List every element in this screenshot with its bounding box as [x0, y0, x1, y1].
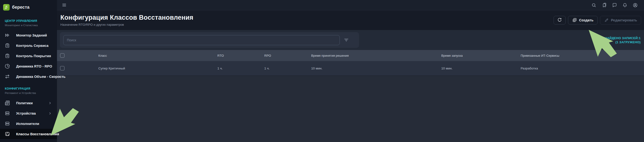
cell-rpo: 1 ч. — [264, 66, 311, 70]
table-row[interactable]: Супер Критичный 1 ч. 1 ч. 10 мин. 10 мин… — [57, 61, 644, 76]
sidebar-item-coverage-control[interactable]: Контроль Покрытия — [0, 51, 57, 61]
sidebar-item-label: Контроль Сервиса — [16, 44, 52, 48]
create-button-label: Создать — [579, 18, 594, 22]
topbar — [57, 0, 644, 10]
chat-icon[interactable] — [612, 3, 617, 8]
sidebar-section-configuration: КОНФИГУРАЦИЯ Регламент и Устройства — [0, 87, 57, 94]
cell-rto: 1 ч. — [218, 66, 264, 70]
search-icon[interactable] — [591, 3, 596, 8]
pencil-icon — [604, 18, 609, 22]
pie-chart-icon — [5, 64, 10, 69]
edit-button[interactable]: Редактировать — [600, 16, 641, 24]
refresh-button[interactable] — [554, 16, 566, 24]
section-title: ЦЕНТР УПРАВЛЕНИЯ — [5, 19, 52, 22]
page-header: Конфигурация Классов Восстановления Назн… — [57, 10, 644, 30]
account-icon[interactable] — [633, 3, 638, 8]
sidebar-item-executors[interactable]: Исполнители — [0, 118, 57, 129]
chevron-right-icon — [48, 112, 52, 115]
section-subtitle: Мониторинг и Статистика — [5, 24, 52, 27]
section-title: КОНФИГУРАЦИЯ — [5, 87, 52, 90]
sidebar-item-label: Динамика RTO - RPO — [16, 64, 52, 68]
transfer-arrows-icon — [5, 74, 10, 79]
content-empty-area — [57, 76, 644, 142]
sidebar-item-label: Контроль Покрытия — [16, 54, 52, 58]
sidebar-item-devices[interactable]: Устройства — [0, 108, 57, 118]
column-header-decision-time[interactable]: Время принятия решения — [311, 54, 441, 58]
executors-icon — [5, 121, 10, 126]
records-loaded: (1 ЗАГРУЖЕНО) — [605, 40, 641, 44]
clipboard-icon — [5, 53, 10, 58]
section-subtitle: Регламент и Устройства — [5, 92, 52, 94]
cell-class: Супер Критичный — [98, 66, 218, 70]
sidebar: береста ЦЕНТР УПРАВЛЕНИЯ Мониторинг и Ст… — [0, 0, 57, 142]
column-header-class[interactable]: Класс — [98, 54, 218, 58]
brand-logo[interactable]: береста — [0, 0, 57, 12]
menu-hamburger-icon[interactable] — [62, 3, 66, 8]
newspaper-icon — [5, 100, 10, 106]
devices-icon — [5, 111, 10, 116]
column-header-rpo[interactable]: RPO — [264, 54, 311, 58]
sidebar-item-recovery-classes[interactable]: Классы Восстановления — [0, 129, 57, 139]
sidebar-item-label: Исполнители — [16, 122, 52, 126]
chevron-right-icon — [48, 102, 52, 105]
records-found: НАЙДЕНО ЗАПИСЕЙ:1 — [605, 36, 641, 40]
table-header: Класс RTO RPO Время принятия решения Вре… — [57, 50, 644, 61]
sidebar-item-policies[interactable]: Политики — [0, 98, 57, 108]
sidebar-item-volume-speed-dynamics[interactable]: Динамика Объем - Скорость — [0, 71, 57, 82]
page-subtitle: Назначение RTO/RPO и других параметров — [60, 23, 193, 26]
sidebar-item-service-control[interactable]: Контроль Сервиса — [0, 40, 57, 51]
create-button[interactable]: Создать — [568, 16, 598, 24]
select-all-checkbox[interactable] — [60, 53, 64, 58]
sidebar-item-rto-rpo-dynamics[interactable]: Динамика RTO - RPO — [0, 61, 57, 71]
recovery-classes-icon — [5, 132, 10, 136]
edit-button-label: Редактировать — [611, 18, 637, 22]
brand-logo-icon — [3, 4, 10, 10]
filter-icon[interactable] — [344, 38, 349, 43]
clipboard-icon — [5, 43, 10, 48]
sidebar-item-label: Устройства — [16, 112, 42, 115]
sidebar-section-control-center: ЦЕНТР УПРАВЛЕНИЯ Мониторинг и Статистика — [0, 19, 57, 27]
column-header-linked-services[interactable]: Привязанные ИТ-Сервисы — [521, 54, 644, 58]
search-input[interactable] — [63, 35, 340, 45]
bell-icon[interactable] — [622, 3, 628, 8]
sidebar-item-label: Политики — [16, 101, 42, 105]
sidebar-item-label: Динамика Объем - Скорость — [16, 75, 66, 78]
search-card — [60, 32, 359, 48]
row-checkbox[interactable] — [60, 66, 64, 70]
page-title: Конфигурация Классов Восстановления — [60, 14, 193, 22]
table-toolbar: НАЙДЕНО ЗАПИСЕЙ:1 (1 ЗАГРУЖЕНО) — [57, 30, 644, 50]
main-area: Конфигурация Классов Восстановления Назн… — [57, 0, 644, 142]
sidebar-item-task-monitor[interactable]: Монитор Заданий — [0, 30, 57, 40]
sidebar-item-label: Монитор Заданий — [16, 34, 47, 37]
cell-decision-time: 10 мин. — [311, 66, 441, 70]
records-info: НАЙДЕНО ЗАПИСЕЙ:1 (1 ЗАГРУЖЕНО) — [605, 36, 641, 44]
fast-forward-icon — [5, 33, 10, 38]
sidebar-item-label: Классы Восстановления — [16, 132, 59, 136]
refresh-icon — [557, 18, 562, 22]
cell-launch-time: 10 мин. — [441, 66, 521, 70]
bookmarks-icon[interactable] — [602, 3, 607, 8]
column-header-launch-time[interactable]: Время запуска — [441, 54, 521, 58]
brand-name: береста — [12, 5, 30, 10]
create-copy-plus-icon — [572, 18, 577, 22]
cell-linked-services: Разработка — [521, 66, 644, 70]
column-header-rto[interactable]: RTO — [218, 54, 264, 58]
